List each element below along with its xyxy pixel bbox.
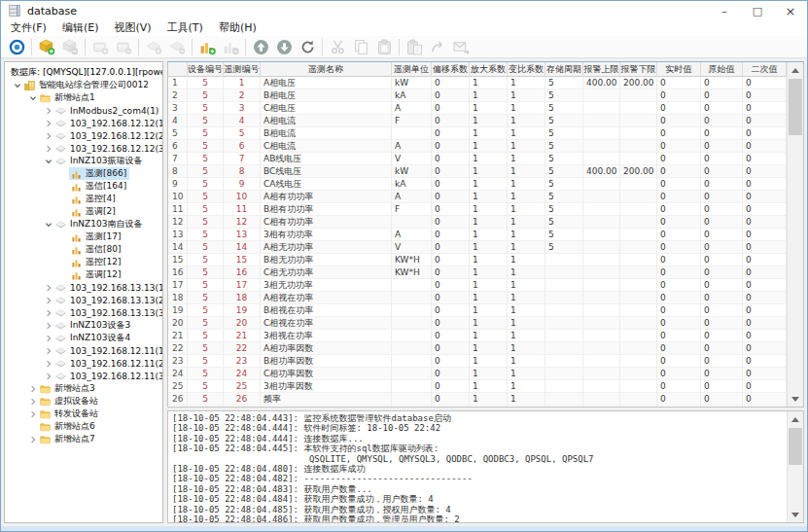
tree-node-selected[interactable]: 遥测[866]: [69, 167, 129, 180]
tree-node[interactable]: InNZ103设备4: [53, 332, 133, 344]
tree-item[interactable]: 遥测[17]: [8, 231, 162, 243]
table-row[interactable]: 757AB线电压V0115000: [168, 153, 787, 165]
tree-node[interactable]: 遥调[12]: [69, 268, 123, 281]
tree-item[interactable]: 遥测[866]: [8, 167, 162, 180]
chevron-right-icon[interactable]: [44, 131, 53, 141]
tree-item[interactable]: 遥调[2]: [8, 205, 162, 218]
column-header[interactable]: 报警下限: [620, 62, 657, 77]
menu-item[interactable]: 工具(T): [159, 20, 211, 36]
tree-node[interactable]: 新增站点1: [38, 91, 98, 104]
table-row[interactable]: 454A相电流F0115000: [168, 115, 787, 127]
scroll-up-button[interactable]: [788, 411, 803, 427]
table-row[interactable]: 353C相电压A0115000: [168, 102, 787, 115]
tree-item[interactable]: 103_192.168.12.12(3): [8, 142, 162, 155]
tree-item[interactable]: 103_192.168.13.13(3): [8, 306, 162, 319]
column-header[interactable]: 报警上限: [583, 62, 620, 77]
tree-node[interactable]: 103_192.168.12.12(3): [53, 142, 163, 155]
tree-node[interactable]: 遥调[2]: [69, 205, 119, 218]
scrollbar-thumb[interactable]: [789, 79, 802, 135]
tree-node[interactable]: 103_192.168.12.11(1): [53, 344, 163, 357]
chevron-down-icon[interactable]: [44, 220, 53, 230]
tree-item[interactable]: 103_192.168.12.11(3): [8, 370, 162, 382]
table-row[interactable]: 151A相电压kW0115400.00200.00000: [168, 77, 787, 89]
tree-item[interactable]: InNZ103设备3: [8, 319, 162, 332]
tree-item[interactable]: 103_192.168.13.13(1): [8, 281, 162, 294]
table-row[interactable]: 11511B相有功功率F0115000: [168, 203, 787, 216]
table-row[interactable]: 215213相视在功率011000: [168, 330, 787, 342]
tree-node[interactable]: 遥测[17]: [69, 231, 123, 243]
chevron-right-icon[interactable]: [44, 119, 53, 128]
move-down-button[interactable]: [273, 37, 295, 57]
table-row[interactable]: 858BC线电压kW0115400.00200.00000: [168, 165, 787, 178]
tree-node[interactable]: 103_192.168.13.13(3): [53, 306, 163, 319]
tree-item[interactable]: 遥调[12]: [8, 268, 162, 281]
chevron-right-icon[interactable]: [44, 144, 53, 154]
tree-item[interactable]: 遥控[12]: [8, 256, 162, 268]
table-row[interactable]: 15515B相无功功率KW*H011000: [168, 254, 787, 266]
table-row[interactable]: 20520C相视在功率011000: [168, 317, 787, 330]
chevron-right-icon[interactable]: [44, 308, 53, 318]
table-row[interactable]: 14514A相无功功率V0115000: [168, 241, 787, 254]
chevron-right-icon[interactable]: [28, 409, 38, 419]
tree-node[interactable]: 新增站点6: [38, 420, 98, 433]
tree-item[interactable]: 103_192.168.12.11(2): [8, 357, 162, 370]
tree-node[interactable]: 103_192.168.12.11(3): [53, 370, 163, 382]
table-row[interactable]: 555B相电流0115000: [168, 127, 787, 140]
tree-item[interactable]: 遥控[4]: [8, 193, 162, 205]
tree-item[interactable]: 103_192.168.13.13(2): [8, 294, 162, 306]
table-row[interactable]: 16516C相无功功率KW*H011000: [168, 266, 787, 279]
tree-node[interactable]: 智能电站综合管理公司0012: [22, 79, 152, 91]
tree-item[interactable]: 虚拟设备站: [8, 395, 162, 408]
tree-node[interactable]: 遥控[4]: [69, 193, 119, 205]
chevron-right-icon[interactable]: [44, 106, 53, 116]
chevron-right-icon[interactable]: [44, 359, 53, 369]
chevron-right-icon[interactable]: [44, 296, 53, 305]
chevron-right-icon[interactable]: [28, 397, 38, 407]
chevron-right-icon[interactable]: [44, 321, 53, 331]
tree-node[interactable]: 遥信[164]: [69, 180, 129, 193]
column-header[interactable]: 遥测名称: [261, 62, 392, 77]
menu-item[interactable]: 文件(F): [3, 20, 54, 36]
add-station-button[interactable]: [36, 37, 57, 57]
column-header[interactable]: 偏移系数: [432, 62, 470, 77]
move-up-button[interactable]: [250, 37, 271, 57]
maximize-button[interactable]: □: [741, 1, 774, 20]
chevron-right-icon[interactable]: [28, 435, 38, 444]
minimize-button[interactable]: –: [708, 1, 741, 20]
tree-node[interactable]: InNZ103振瑞设备: [53, 155, 145, 167]
chevron-down-icon[interactable]: [44, 157, 53, 166]
table-row[interactable]: 175173相无功功率011000: [168, 279, 787, 292]
tree-item[interactable]: 新增站点6: [8, 420, 162, 433]
tree-item[interactable]: InNZ103设备4: [8, 332, 162, 344]
close-button[interactable]: ×: [774, 1, 807, 20]
column-header[interactable]: 遥测单位: [392, 62, 432, 77]
log-vertical-scrollbar[interactable]: [787, 411, 803, 522]
tree-item[interactable]: 新增站点7: [8, 433, 162, 445]
table-vertical-scrollbar[interactable]: [787, 62, 803, 407]
tree-node[interactable]: 遥信[80]: [69, 243, 123, 256]
refresh-button[interactable]: [297, 37, 318, 57]
table-row[interactable]: 10510A相有功功率A0115000: [168, 191, 787, 203]
tree-node[interactable]: 103_192.168.13.13(2): [53, 294, 163, 306]
table-row[interactable]: 22522A相功率因数011000: [168, 342, 787, 355]
tree-node[interactable]: 虚拟设备站: [38, 395, 101, 408]
column-header[interactable]: 二次值: [743, 62, 787, 77]
tree-node[interactable]: 103_192.168.12.12(2): [53, 129, 163, 142]
connect-button[interactable]: [6, 37, 27, 57]
tree-node[interactable]: 新增站点3: [38, 382, 98, 395]
column-header[interactable]: 原始值: [701, 62, 743, 77]
tree-item[interactable]: InNZ103南自设备: [8, 218, 162, 231]
column-header[interactable]: 实时值: [657, 62, 701, 77]
table-row[interactable]: 26526频率011000: [168, 393, 787, 406]
tree-node[interactable]: InModbus2_com4(1): [53, 104, 161, 117]
table-row[interactable]: 23523B相功率因数011000: [168, 355, 787, 368]
column-header[interactable]: [168, 62, 188, 77]
tree-node[interactable]: InNZ103设备3: [53, 319, 133, 332]
add-signal-button[interactable]: [196, 37, 218, 57]
chevron-down-icon[interactable]: [28, 93, 38, 103]
column-header[interactable]: 放大系数: [470, 62, 508, 77]
menu-item[interactable]: 编辑(E): [54, 20, 107, 36]
tree-node[interactable]: 遥控[12]: [69, 256, 123, 268]
menu-item[interactable]: 视图(V): [106, 20, 158, 36]
tree-item[interactable]: InModbus2_com4(1): [8, 104, 162, 117]
